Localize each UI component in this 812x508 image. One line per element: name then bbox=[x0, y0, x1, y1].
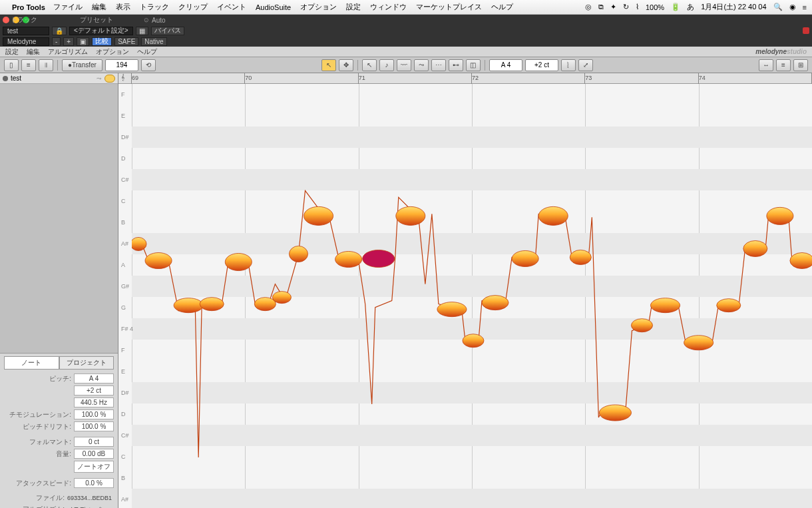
view-tracks-icon[interactable]: ▯ bbox=[4, 59, 19, 71]
piano-key-label: A# bbox=[121, 496, 128, 503]
note-display[interactable]: A 4 bbox=[489, 59, 522, 71]
volume-label: 音量: bbox=[4, 449, 71, 459]
menu-edit[interactable]: 編集 bbox=[92, 2, 106, 12]
native-button[interactable]: Native bbox=[141, 37, 166, 46]
algorithm-value: メロディック bbox=[67, 505, 114, 509]
clock-text[interactable]: 1月4日(土) 22 40 04 bbox=[701, 2, 766, 12]
tool-scroll-icon[interactable]: ✥ bbox=[339, 59, 353, 71]
bar-marker: 70 bbox=[245, 75, 252, 81]
volume-field[interactable]: 0.00 dB bbox=[74, 449, 114, 459]
pitch-cents-field[interactable]: +2 ct bbox=[74, 385, 114, 395]
piano-key-label: F bbox=[121, 91, 125, 98]
mel-menu-algorithm[interactable]: アルゴリズム bbox=[48, 47, 88, 57]
pitch-note-field[interactable]: A 4 bbox=[74, 374, 114, 383]
clock-icon[interactable]: ↻ bbox=[623, 3, 629, 11]
pitch-editor[interactable]: 𝄞 69707172737475 FED#DC#CBA#AG#GF# 4FED#… bbox=[118, 73, 812, 508]
view-wave-icon[interactable]: ⫴ bbox=[39, 59, 53, 71]
tool-attack-icon[interactable]: ⤢ bbox=[578, 59, 593, 71]
plugin-close-button[interactable] bbox=[803, 27, 809, 34]
melodyne-toolbar: ▯ ≡ ⫴ ● Transfer 194 ⟲ ↖ ✥ ↖ ♪ 〰 ⤳ ⋯ ⊷ ◫… bbox=[0, 57, 812, 73]
menu-track[interactable]: トラック bbox=[140, 2, 169, 12]
drift-field[interactable]: 100.0 % bbox=[74, 421, 114, 431]
transfer-button[interactable]: ● Transfer bbox=[62, 59, 102, 71]
mel-menu-edit[interactable]: 編集 bbox=[27, 47, 40, 57]
time-ruler[interactable]: 𝄞 69707172737475 bbox=[118, 73, 812, 84]
menu-view[interactable]: 表示 bbox=[116, 2, 130, 12]
menu-marketplace[interactable]: マーケットプレイス bbox=[416, 2, 482, 12]
compare-button[interactable]: 比較 bbox=[92, 37, 112, 46]
tab-project[interactable]: プロジェクト bbox=[59, 356, 114, 370]
zoom-horizontal-icon[interactable]: ↔ bbox=[759, 59, 773, 71]
safe-button[interactable]: SAFE bbox=[114, 37, 138, 46]
zoom-vertical-icon[interactable]: ≡ bbox=[776, 59, 791, 71]
pitch-hz-field[interactable]: 440.5 Hz bbox=[74, 397, 114, 407]
menu-event[interactable]: イベント bbox=[217, 2, 246, 12]
melodyne-menubar: 設定 編集 アルゴリズム オプション ヘルプ melodynestudio bbox=[0, 47, 812, 57]
piano-key-label: D bbox=[121, 411, 126, 417]
tool-drift-icon[interactable]: ⤳ bbox=[414, 59, 429, 71]
spotlight-icon[interactable]: 🔍 bbox=[773, 3, 783, 11]
file-label: ファイル: bbox=[4, 493, 65, 503]
app-name[interactable]: Pro Tools bbox=[12, 3, 45, 11]
piano-key-label: D# bbox=[121, 134, 129, 140]
algorithm-label: アルゴリズム: bbox=[4, 505, 65, 508]
piano-key-label: E bbox=[121, 368, 125, 375]
tool-amplitude-icon[interactable]: ⊷ bbox=[449, 59, 463, 71]
notifications-icon[interactable]: ≡ bbox=[803, 3, 807, 11]
menu-clip[interactable]: クリップ bbox=[178, 2, 208, 12]
wifi-icon[interactable]: ⌇ bbox=[636, 3, 639, 11]
tool-formant-icon[interactable]: ⋯ bbox=[431, 59, 446, 71]
inspector-panel: ノート プロジェクト ピッチ:A 4 +2 ct 440.5 Hz チモジュレー… bbox=[0, 353, 118, 508]
track-chain-icon[interactable] bbox=[104, 75, 115, 83]
next-plugin-button[interactable]: + bbox=[63, 37, 74, 46]
preset-selector[interactable]: <デフォルト設定> bbox=[69, 27, 133, 35]
bar-marker: 69 bbox=[132, 75, 138, 81]
view-notes-icon[interactable]: ≡ bbox=[21, 59, 36, 71]
protools-plugin-header: トラック プリセット ⊙ Auto test 🔒 <デフォルト設定> ▦ バイパ… bbox=[0, 15, 812, 47]
battery-text: 100% bbox=[646, 3, 664, 11]
sync-icon[interactable]: ✦ bbox=[610, 3, 616, 11]
formant-field[interactable]: 0 ct bbox=[74, 437, 114, 447]
ime-indicator[interactable]: あ bbox=[687, 2, 694, 12]
bypass-button[interactable]: バイパス bbox=[151, 27, 184, 35]
mel-menu-options[interactable]: オプション bbox=[96, 47, 129, 57]
attack-field[interactable]: 0.0 % bbox=[74, 478, 114, 488]
menu-audiosuite[interactable]: AudioSuite bbox=[256, 3, 291, 11]
modulation-field[interactable]: 100.0 % bbox=[74, 409, 114, 419]
track-active-icon[interactable] bbox=[3, 76, 8, 81]
prev-plugin-button[interactable]: - bbox=[52, 37, 61, 46]
clip-button[interactable]: ▣ bbox=[77, 37, 89, 46]
settings-icon[interactable]: ⊞ bbox=[793, 59, 808, 71]
tool-arrow-icon[interactable]: ↖ bbox=[362, 59, 377, 71]
tab-note[interactable]: ノート bbox=[4, 356, 59, 370]
mel-menu-settings[interactable]: 設定 bbox=[5, 47, 19, 57]
siri-icon[interactable]: ◉ bbox=[789, 3, 796, 11]
tool-modulation-icon[interactable]: 〰 bbox=[397, 59, 411, 71]
track-row[interactable]: test ⤳ bbox=[0, 73, 118, 84]
mel-menu-help[interactable]: ヘルプ bbox=[137, 47, 157, 57]
tempo-field[interactable]: 194 bbox=[105, 59, 138, 71]
noteoff-button[interactable]: ノートオフ bbox=[74, 461, 114, 473]
battery-icon[interactable]: 🔋 bbox=[671, 3, 680, 11]
tool-main-icon[interactable]: ↖ bbox=[321, 59, 336, 71]
cents-display[interactable]: +2 ct bbox=[525, 59, 558, 71]
menu-window[interactable]: ウィンドウ bbox=[370, 2, 407, 12]
menu-options[interactable]: オプション bbox=[300, 2, 337, 12]
tool-pitch-icon[interactable]: ♪ bbox=[379, 59, 394, 71]
track-selector[interactable]: test bbox=[3, 27, 49, 35]
plugin-selector[interactable]: Melodyne bbox=[3, 37, 49, 46]
cycle-icon[interactable]: ⟲ bbox=[141, 59, 156, 71]
tool-timing-icon[interactable]: ◫ bbox=[466, 59, 481, 71]
preset-save-icon[interactable]: ▦ bbox=[136, 27, 148, 35]
track-link-icon[interactable]: ⤳ bbox=[97, 75, 102, 82]
track-header-label: トラック bbox=[0, 15, 37, 25]
modulation-label: チモジュレーション: bbox=[4, 410, 71, 419]
track-lock-icon[interactable]: 🔒 bbox=[52, 27, 67, 35]
dropbox-icon[interactable]: ⧉ bbox=[598, 3, 604, 11]
tool-separation-icon[interactable]: ⦚ bbox=[561, 59, 576, 71]
menu-file[interactable]: ファイル bbox=[53, 2, 83, 12]
menu-setup[interactable]: 設定 bbox=[346, 2, 361, 12]
status-icon[interactable]: ◎ bbox=[585, 3, 592, 11]
formant-label: フォルマント: bbox=[4, 437, 71, 447]
menu-help[interactable]: ヘルプ bbox=[491, 2, 513, 12]
